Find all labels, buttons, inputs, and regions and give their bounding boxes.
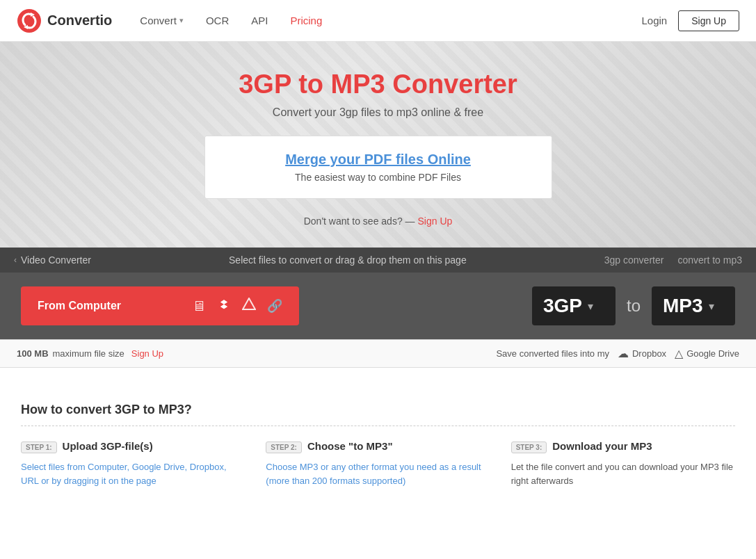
step-header-2: STEP 2:Choose "to MP3" [266, 440, 490, 453]
step-badge-1: STEP 1: [21, 441, 57, 453]
back-arrow-icon: ‹ [14, 255, 17, 265]
svg-point-0 [17, 9, 41, 33]
format-selector: 3GP to MP3 [532, 286, 735, 325]
save-label: Save converted files into my [496, 348, 609, 359]
nav-pricing[interactable]: Pricing [290, 15, 322, 26]
step-col-1: STEP 1:Upload 3GP-file(s)Select files fr… [21, 440, 245, 487]
breadcrumb-mp3-link[interactable]: convert to mp3 [677, 254, 742, 266]
step-header-3: STEP 3:Download your MP3 [511, 440, 735, 453]
step-title-3: Download your MP3 [552, 440, 652, 452]
step-desc-3: Let the file convert and you can downloa… [511, 460, 735, 487]
step-col-3: STEP 3:Download your MP3Let the file con… [511, 440, 735, 487]
converter-body: From Computer 🖥 🔗 3GP [0, 273, 756, 339]
save-dropbox-button[interactable]: ☁ Dropbox [618, 347, 666, 360]
login-link[interactable]: Login [641, 15, 667, 26]
converter-section: ‹ Video Converter Select files to conver… [0, 248, 756, 339]
breadcrumb-center-text: Select files to convert or drag & drop t… [91, 254, 604, 266]
auth-area: Login Sign Up [641, 10, 739, 31]
from-computer-button[interactable]: From Computer 🖥 🔗 [21, 286, 299, 325]
dropbox-label: Dropbox [632, 348, 666, 359]
nav-api[interactable]: API [251, 15, 268, 26]
upload-icons: 🖥 🔗 [192, 298, 282, 315]
source-format-text: 3GP [543, 295, 582, 317]
logo-icon [17, 8, 42, 33]
status-signup-link[interactable]: Sign Up [131, 348, 163, 359]
step-title-1: Upload 3GP-file(s) [63, 440, 153, 452]
chevron-down-icon: ▾ [179, 16, 184, 25]
target-format-chevron [709, 300, 714, 313]
bottom-padding [0, 501, 756, 515]
hero-title: 3GP to MP3 Converter [14, 70, 742, 99]
no-ads-line: Don't want to see ads? — Sign Up [14, 216, 742, 227]
no-ads-signup-link[interactable]: Sign Up [417, 216, 452, 227]
ad-title: Merge your PDF files Online [233, 152, 524, 168]
signup-button[interactable]: Sign Up [678, 10, 739, 31]
target-format-button[interactable]: MP3 [652, 286, 735, 325]
dropbox-save-icon: ☁ [618, 347, 629, 360]
steps-row: STEP 1:Upload 3GP-file(s)Select files fr… [21, 440, 735, 487]
svg-marker-3 [243, 298, 255, 309]
status-bar: 100 MB maximum file size Sign Up Save co… [0, 339, 756, 368]
step-badge-3: STEP 3: [511, 441, 547, 453]
dropbox-icon [217, 298, 231, 315]
ad-subtitle: The easiest way to combine PDF Files [233, 172, 524, 183]
breadcrumb-right: 3gp converter convert to mp3 [604, 254, 742, 266]
logo-text: Convertio [47, 13, 112, 29]
link-icon: 🔗 [267, 298, 282, 314]
source-format-button[interactable]: 3GP [532, 286, 616, 325]
logo[interactable]: Convertio [17, 8, 112, 33]
step-header-1: STEP 1:Upload 3GP-file(s) [21, 440, 245, 453]
header: Convertio Convert ▾ OCR API Pricing Logi… [0, 0, 756, 42]
hero-subtitle: Convert your 3gp files to mp3 online & f… [14, 106, 742, 119]
step-title-2: Choose "to MP3" [307, 440, 393, 452]
hero-section: 3GP to MP3 Converter Convert your 3gp fi… [0, 42, 756, 248]
step-col-2: STEP 2:Choose "to MP3"Choose MP3 or any … [266, 440, 490, 487]
from-computer-label: From Computer [38, 300, 121, 312]
monitor-icon: 🖥 [192, 298, 206, 314]
step-badge-2: STEP 2: [266, 441, 302, 453]
how-to-section: How to convert 3GP to MP3? STEP 1:Upload… [0, 382, 756, 501]
source-format-chevron [588, 300, 593, 313]
breadcrumb-back-link[interactable]: Video Converter [21, 254, 91, 266]
status-right: Save converted files into my ☁ Dropbox △… [496, 347, 739, 360]
how-to-title: How to convert 3GP to MP3? [21, 403, 735, 417]
to-label: to [621, 296, 646, 316]
file-size-limit: 100 MB [17, 348, 49, 359]
gdrive-save-icon: △ [675, 347, 683, 360]
step-desc-2: Choose MP3 or any other format you need … [266, 460, 490, 487]
breadcrumb-left: ‹ Video Converter [14, 254, 91, 266]
gdrive-label: Google Drive [686, 348, 739, 359]
converter-breadcrumb: ‹ Video Converter Select files to conver… [0, 248, 756, 273]
breadcrumb-3gp-link[interactable]: 3gp converter [604, 254, 664, 266]
gdrive-icon [242, 298, 256, 315]
save-gdrive-button[interactable]: △ Google Drive [675, 347, 739, 360]
target-format-text: MP3 [663, 295, 703, 317]
step-desc-1: Select files from Computer, Google Drive… [21, 460, 245, 487]
nav-ocr[interactable]: OCR [206, 15, 229, 26]
main-nav: Convert ▾ OCR API Pricing [140, 15, 641, 26]
section-divider [21, 426, 735, 426]
status-left: 100 MB maximum file size Sign Up [17, 348, 163, 359]
file-size-suffix: maximum file size [53, 348, 124, 359]
nav-convert[interactable]: Convert ▾ [140, 15, 184, 26]
ad-banner[interactable]: Merge your PDF files Online The easiest … [204, 136, 552, 199]
